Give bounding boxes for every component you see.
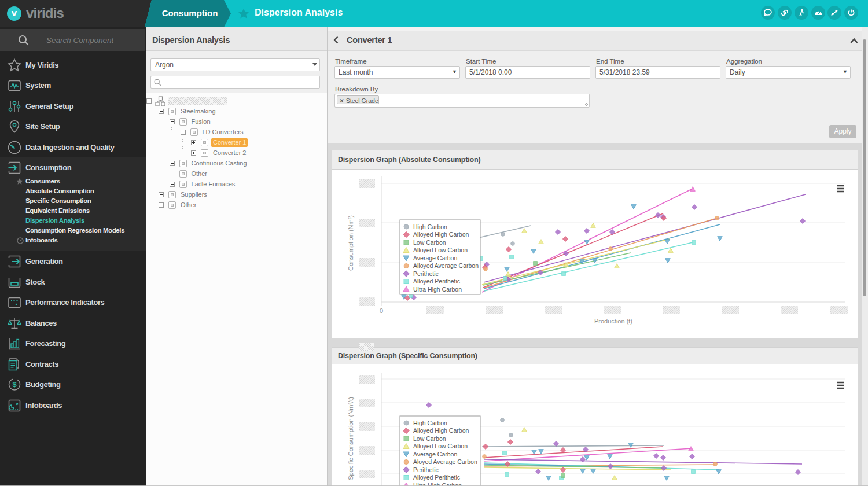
svg-text:Consumption (Nm³): Consumption (Nm³)	[347, 215, 354, 271]
svg-text:High Carbon: High Carbon	[413, 223, 447, 230]
svg-text:Perithetic: Perithetic	[413, 466, 439, 473]
svg-text:Low Carbon: Low Carbon	[413, 435, 446, 442]
svg-text:Alloyed Low Carbon: Alloyed Low Carbon	[413, 443, 468, 450]
svg-text:Aloyed Average Carbon: Aloyed Average Carbon	[413, 458, 477, 465]
svg-text:Ultra High Carbon: Ultra High Carbon	[413, 286, 462, 293]
svg-text:Alloyed Low Carbon: Alloyed Low Carbon	[413, 246, 468, 253]
svg-text:Specific Consumption (Nm³/t): Specific Consumption (Nm³/t)	[347, 397, 354, 480]
svg-text:Low Carbon: Low Carbon	[413, 239, 446, 246]
svg-text:0: 0	[380, 307, 383, 314]
svg-text:Alloyed Perithetic: Alloyed Perithetic	[413, 278, 460, 285]
svg-text:Alloyed Perithetic: Alloyed Perithetic	[413, 474, 460, 481]
svg-text:Average Carbon: Average Carbon	[413, 255, 457, 262]
svg-text:Alloyed High Carbon: Alloyed High Carbon	[413, 231, 469, 238]
svg-text:Alloyed Average Carbon: Alloyed Average Carbon	[413, 262, 479, 269]
svg-text:Alloyed High Carbon: Alloyed High Carbon	[413, 427, 469, 434]
svg-text:Perithetic: Perithetic	[413, 270, 439, 277]
svg-text:High Carbon: High Carbon	[413, 419, 447, 426]
svg-text:$: $	[12, 380, 17, 389]
svg-text:Production (t): Production (t)	[594, 318, 632, 325]
svg-text:Average Carbon: Average Carbon	[413, 451, 457, 458]
